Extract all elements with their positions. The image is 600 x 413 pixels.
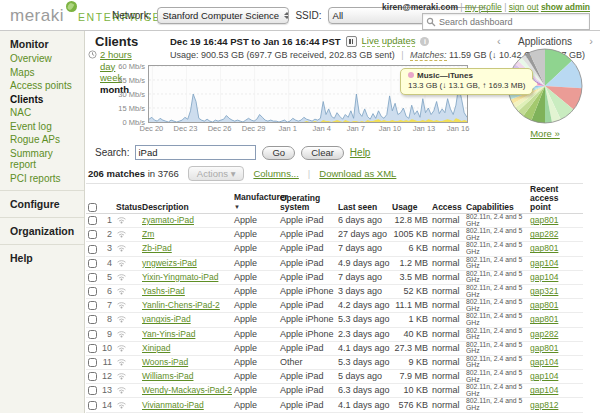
x-axis-tick: Jan 10 <box>376 124 404 133</box>
actions-button[interactable]: Actions ▾ <box>188 166 245 181</box>
cell-os: Apple iPad <box>278 370 336 384</box>
sidebar-item-clients[interactable]: Clients <box>0 93 84 107</box>
sidebar-item-pci-reports[interactable]: PCI reports <box>0 172 84 186</box>
access-point-link[interactable]: gap282 <box>530 229 558 239</box>
prev-arrow-icon[interactable]: ‹ <box>497 35 501 47</box>
account-email: kiren@meraki.com <box>382 2 458 12</box>
time-range-2-hours[interactable]: 2 hours <box>100 49 132 60</box>
access-point-link[interactable]: gap104 <box>530 357 558 367</box>
dashboard-search-input[interactable] <box>439 17 589 27</box>
row-checkbox[interactable] <box>88 372 97 381</box>
go-button[interactable]: Go <box>262 146 295 160</box>
client-description-link[interactable]: Williams-iPad <box>142 371 193 381</box>
next-arrow-icon[interactable]: › <box>589 35 593 47</box>
sidebar-section-header-organization[interactable]: Organization <box>0 218 84 239</box>
cell-description: yngweizs-iPad <box>140 256 232 270</box>
row-checkbox[interactable] <box>88 401 97 410</box>
client-description-link[interactable]: Xinipad <box>142 343 170 353</box>
my-profile-link[interactable]: my profile <box>465 2 502 12</box>
access-point-link[interactable]: gap104 <box>530 272 558 282</box>
columns-link[interactable]: Columns... <box>253 168 298 179</box>
client-description-link[interactable]: Woons-iPad <box>142 357 188 367</box>
cell-access: normal <box>430 370 464 384</box>
sidebar-item-maps[interactable]: Maps <box>0 66 84 80</box>
access-point-link[interactable]: gap321 <box>530 286 558 296</box>
sidebar-section-header-help[interactable]: Help <box>0 245 84 266</box>
client-description-link[interactable]: yangxis-iPad <box>142 314 191 324</box>
access-point-link[interactable]: gap801 <box>530 215 558 225</box>
row-checkbox[interactable] <box>88 245 97 254</box>
client-description-link[interactable]: zyamato-iPad <box>142 215 194 225</box>
client-description-link[interactable]: Yanlin-Chens-iPad-2 <box>142 300 220 310</box>
cell-access: normal <box>430 256 464 270</box>
cell-description: Xinipad <box>140 341 232 355</box>
table-row: 8yangxis-iPadAppleApple iPhone5.3 days a… <box>86 313 583 327</box>
client-description-link[interactable]: yngweizs-iPad <box>142 258 197 268</box>
info-icon[interactable] <box>420 37 429 46</box>
sidebar-item-nac[interactable]: NAC <box>0 106 84 120</box>
select-all-checkbox[interactable] <box>88 203 97 212</box>
results-toolbar: 206 matches in 3766 Actions ▾ Columns...… <box>88 166 396 181</box>
column-header-manufacturer[interactable]: Manufacturer ▼ <box>232 184 278 214</box>
row-checkbox[interactable] <box>88 273 97 282</box>
pause-icon[interactable] <box>346 36 357 47</box>
row-checkbox[interactable] <box>88 386 97 395</box>
wifi-icon <box>116 385 127 394</box>
row-checkbox[interactable] <box>88 315 97 324</box>
download-xml-link[interactable]: Download as XML <box>319 168 396 179</box>
row-checkbox[interactable] <box>88 230 97 239</box>
cell-os: Apple iPad <box>278 214 336 228</box>
sidebar-item-overview[interactable]: Overview <box>0 52 84 66</box>
access-point-link[interactable]: gap801 <box>530 314 558 324</box>
access-point-link[interactable]: gap801 <box>530 300 558 310</box>
column-header-capabilities[interactable]: Capabilities <box>464 184 528 214</box>
sidebar-item-event-log[interactable]: Event log <box>0 120 84 134</box>
sign-out-link[interactable]: sign out <box>509 2 539 12</box>
client-description-link[interactable]: Vivianmato-iPad <box>142 400 204 410</box>
row-checkbox[interactable] <box>88 216 97 225</box>
more-applications-link[interactable]: More » <box>530 128 560 139</box>
client-description-link[interactable]: Yashs-iPad <box>142 286 185 296</box>
access-point-link[interactable]: gap104 <box>530 385 558 395</box>
column-header-operating-system[interactable]: Operating system <box>278 184 336 214</box>
matches-label[interactable]: Matches: <box>410 50 447 61</box>
row-checkbox[interactable] <box>88 330 97 339</box>
row-checkbox[interactable] <box>88 287 97 296</box>
column-header-access[interactable]: Access <box>430 184 464 214</box>
client-description-link[interactable]: Wendy-Mackays-iPad-2 <box>142 385 232 395</box>
y-axis-tick: 15 Mb/s <box>107 104 145 113</box>
column-header-usage[interactable]: Usage <box>390 184 430 214</box>
live-updates-link[interactable]: Live updates <box>362 35 416 47</box>
column-header-last-seen[interactable]: Last seen <box>336 184 390 214</box>
client-description-link[interactable]: Yan-Yins-iPad <box>142 329 195 339</box>
access-point-link[interactable]: gap282 <box>530 329 558 339</box>
row-checkbox[interactable] <box>88 259 97 268</box>
network-select[interactable]: Stanford Computer Science <box>157 7 289 24</box>
row-checkbox[interactable] <box>88 358 97 367</box>
sidebar-section-header-configure[interactable]: Configure <box>0 191 84 212</box>
row-checkbox[interactable] <box>88 344 97 353</box>
row-checkbox[interactable] <box>88 301 97 310</box>
access-point-link[interactable]: gap812 <box>530 400 558 410</box>
client-description-link[interactable]: Zm <box>142 229 154 239</box>
access-point-link[interactable]: gap104 <box>530 258 558 268</box>
clear-button[interactable]: Clear <box>301 146 344 160</box>
sidebar-section-header-monitor[interactable]: Monitor <box>0 31 84 52</box>
column-header-description[interactable]: Description <box>140 184 232 214</box>
sidebar-item-summary-report[interactable]: Summary report <box>0 147 84 172</box>
sidebar-item-rogue-aps[interactable]: Rogue APs <box>0 133 84 147</box>
access-point-link[interactable]: gap801 <box>530 243 558 253</box>
access-point-link[interactable]: gap801 <box>530 343 558 353</box>
access-point-link[interactable]: gap104 <box>530 371 558 381</box>
wifi-icon <box>116 329 127 338</box>
show-admin-link[interactable]: show admin <box>541 2 590 12</box>
column-header-recent-access-point[interactable]: Recent access point <box>528 184 583 214</box>
help-link[interactable]: Help <box>350 147 371 158</box>
sidebar-item-access-points[interactable]: Access points <box>0 79 84 93</box>
client-description-link[interactable]: Zb-iPad <box>142 243 172 253</box>
wifi-icon <box>116 343 127 352</box>
client-search-input[interactable] <box>135 145 256 160</box>
column-header-status[interactable]: Status <box>114 184 140 214</box>
cell-access-point: gap104 <box>528 270 583 284</box>
client-description-link[interactable]: Yixin-Yingmato-iPad <box>142 272 218 282</box>
